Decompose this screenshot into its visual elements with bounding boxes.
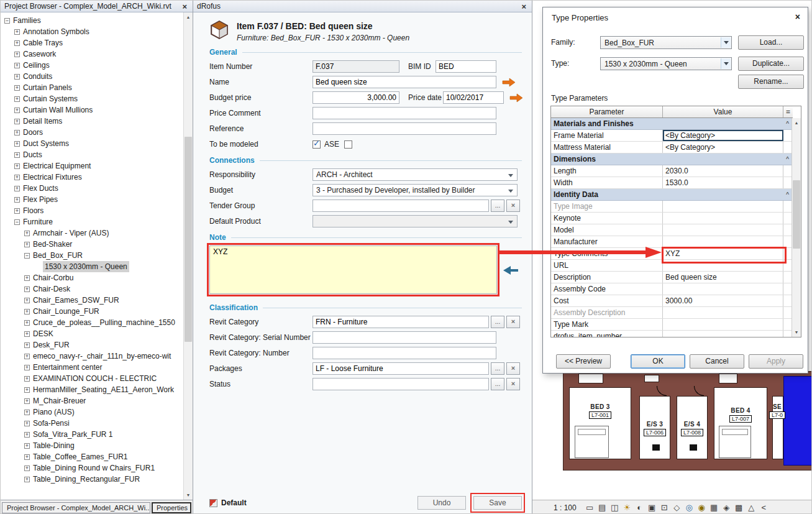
clear-button[interactable]: × [506, 378, 520, 390]
expand-plus-icon[interactable]: + [24, 242, 30, 247]
expand-plus-icon[interactable]: + [24, 477, 30, 482]
expand-plus-icon[interactable]: + [24, 275, 30, 281]
expand-plus-icon[interactable]: + [14, 96, 20, 102]
tree-item[interactable]: +Curtain Panels [1, 82, 183, 93]
family-select[interactable]: Bed_Box_FUR [600, 36, 732, 49]
tree-item[interactable]: +Doors [1, 127, 183, 138]
expand-plus-icon[interactable]: + [24, 298, 30, 303]
expand-plus-icon[interactable]: + [14, 186, 20, 191]
scroll-down-icon[interactable]: ▼ [792, 328, 801, 337]
preview-button[interactable]: << Preview [556, 354, 611, 369]
budget-price-input[interactable] [312, 91, 399, 104]
clear-button[interactable]: × [506, 316, 520, 328]
tree-item[interactable]: +Armchair - Viper (AUS) [1, 227, 183, 239]
serial-number-input[interactable] [312, 331, 496, 344]
tree-item[interactable]: +Ceilings [1, 60, 183, 71]
unlock-view-icon[interactable]: ◇ [672, 503, 682, 512]
tree-item[interactable]: +EXAMINATION COUCH - ELECTRIC [1, 373, 183, 384]
table-scrollbar[interactable]: ▲ ▼ [791, 118, 801, 337]
fit-to-window-icon[interactable]: ▭ [585, 503, 595, 512]
collapse-chevron-icon[interactable]: ^ [786, 191, 789, 198]
to-be-modeled-checkbox[interactable]: ✓ [312, 140, 321, 149]
price-date-input[interactable] [443, 91, 504, 104]
scrollbar-thumb[interactable] [793, 180, 800, 249]
duplicate-button[interactable]: Duplicate... [738, 57, 804, 71]
type-select[interactable]: 1530 x 2030mm - Queen [600, 57, 732, 70]
expand-plus-icon[interactable]: + [24, 398, 30, 404]
name-input[interactable] [312, 76, 496, 88]
tree-item[interactable]: −Furniture [1, 216, 183, 227]
scroll-up-icon[interactable]: ▲ [184, 12, 193, 22]
parameter-value[interactable] [663, 260, 783, 271]
tree-item[interactable]: +Sofa-Pensi [1, 418, 183, 429]
tree-item[interactable]: +Cruce_de_poleas__Pulling_machine_1550 [1, 317, 183, 328]
tree-scrollbar[interactable]: ▲ ▼ [183, 12, 193, 500]
tree-item[interactable]: +Table-Dining [1, 440, 183, 451]
category-number-input[interactable] [312, 347, 496, 359]
tree-item[interactable]: +Chair_Eames_DSW_FUR [1, 295, 183, 306]
tree-item[interactable]: +Desk_FUR [1, 339, 183, 351]
detail-level-icon[interactable]: ▤ [598, 503, 607, 512]
expand-plus-icon[interactable]: + [24, 421, 30, 426]
browse-button[interactable]: ... [491, 316, 504, 328]
parameter-value[interactable] [663, 224, 783, 236]
tree-item[interactable]: +emeco_navy-r-_chair_111n_by-emeco-wit [1, 351, 183, 362]
shadows-icon[interactable]: ◐ [635, 503, 644, 512]
budget-select[interactable]: 3 - Purchased by Developer, installed by… [312, 184, 518, 196]
sun-path-icon[interactable]: ☀ [623, 503, 632, 512]
expand-plus-icon[interactable]: + [14, 197, 20, 203]
tree-item[interactable]: +HermanMiller_Seating_AE11_Aeron_Work [1, 384, 183, 395]
tree-item[interactable]: +Casework [1, 48, 183, 60]
expand-plus-icon[interactable]: + [24, 231, 30, 236]
reveal-constraints-icon[interactable]: ▩ [734, 503, 744, 512]
tree-item[interactable]: +Piano (AUS) [1, 406, 183, 418]
tree-item[interactable]: +Curtain Systems [1, 93, 183, 104]
tree-item[interactable]: +Chair-Corbu [1, 272, 183, 283]
parameter-value[interactable] [663, 331, 783, 337]
expand-plus-icon[interactable]: + [24, 410, 30, 415]
expand-plus-icon[interactable]: + [14, 52, 20, 57]
tree-item[interactable]: +Table_Coffee_Eames_FUR1 [1, 451, 183, 462]
tree-item[interactable]: +Electrical Fixtures [1, 172, 183, 183]
tree-item[interactable]: +Floors [1, 205, 183, 216]
parameter-value[interactable] [663, 283, 783, 295]
tree-item[interactable]: +Conduits [1, 71, 183, 82]
packages-input[interactable] [312, 362, 489, 375]
browse-button[interactable]: ... [491, 378, 504, 390]
reference-input[interactable] [312, 122, 496, 135]
expand-plus-icon[interactable]: + [14, 130, 20, 135]
close-icon[interactable]: × [519, 2, 528, 11]
expand-plus-icon[interactable]: + [14, 175, 20, 180]
scroll-up-icon[interactable]: ▲ [792, 118, 801, 127]
visual-style-icon[interactable]: ◫ [610, 503, 619, 512]
tree-item[interactable]: 1530 x 2030mm - Queen [1, 261, 183, 272]
tree-item[interactable]: +Detail Items [1, 116, 183, 127]
tree-item[interactable]: +Chair-Desk [1, 283, 183, 295]
collapse-minus-icon[interactable]: − [24, 253, 30, 259]
tree-item[interactable]: +Ducts [1, 149, 183, 160]
expand-plus-icon[interactable]: + [24, 309, 30, 314]
expand-plus-icon[interactable]: + [24, 454, 30, 460]
apply-button[interactable]: Apply [749, 354, 803, 369]
reveal-hidden-elements-icon[interactable]: ◉ [697, 503, 706, 512]
collapse-chevron-icon[interactable]: ^ [786, 121, 789, 127]
tree-item[interactable]: +Curtain Wall Mullions [1, 104, 183, 116]
browse-button[interactable]: ... [491, 200, 504, 212]
parameter-value[interactable] [663, 307, 783, 318]
parameter-value[interactable]: <By Category> [663, 142, 783, 153]
default-product-select[interactable] [312, 215, 518, 227]
expand-plus-icon[interactable]: + [14, 40, 20, 46]
responsibility-select[interactable]: ARCH - Architect [312, 168, 518, 181]
tab-properties[interactable]: Properties [152, 502, 191, 513]
item-number-input[interactable] [312, 60, 399, 73]
parameter-group-header[interactable]: Dimensions^ [551, 154, 793, 165]
expand-plus-icon[interactable]: + [14, 74, 20, 80]
tree-item[interactable]: +Electrical Equipment [1, 160, 183, 172]
tree-item[interactable]: +Cable Trays [1, 37, 183, 48]
tender-group-input[interactable] [312, 200, 489, 212]
close-icon[interactable]: × [180, 2, 189, 11]
note-textarea[interactable]: XYZ [209, 246, 497, 294]
chevron-left-icon[interactable]: < [759, 503, 769, 512]
floor-plan-view[interactable]: BED 3L7-001 E/S 3L7-006 E/S 4L7-008 BED … [532, 371, 812, 500]
tree-item[interactable]: +DESK [1, 328, 183, 339]
